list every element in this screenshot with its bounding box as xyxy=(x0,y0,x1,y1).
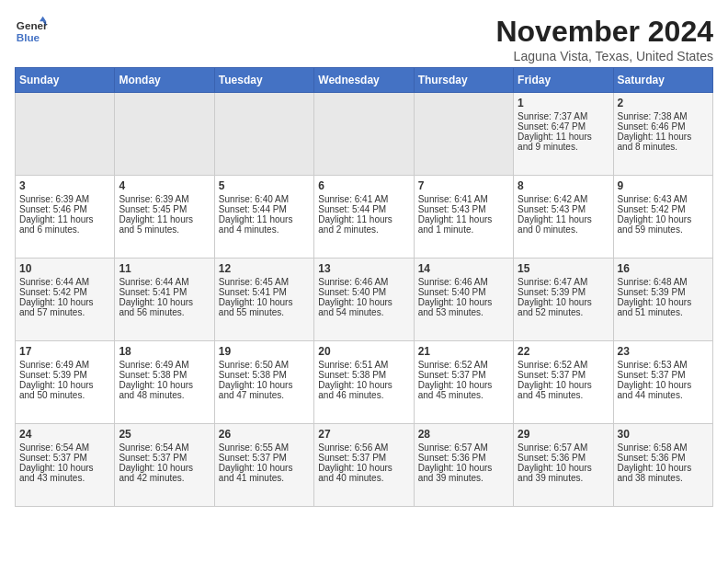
daylight-text: Daylight: 10 hours and 57 minutes. xyxy=(19,297,94,317)
calendar-cell: 14Sunrise: 6:46 AMSunset: 5:40 PMDayligh… xyxy=(414,259,513,341)
weekday-header: Thursday xyxy=(414,68,513,93)
day-number: 17 xyxy=(19,345,110,358)
calendar-week-row: 1Sunrise: 7:37 AMSunset: 6:47 PMDaylight… xyxy=(16,93,713,176)
sunset-text: Sunset: 5:36 PM xyxy=(618,453,686,463)
calendar-cell: 18Sunrise: 6:49 AMSunset: 5:38 PMDayligh… xyxy=(115,341,214,424)
weekday-header: Sunday xyxy=(16,68,115,93)
sunrise-text: Sunrise: 6:53 AM xyxy=(618,360,688,370)
sunset-text: Sunset: 5:37 PM xyxy=(418,370,486,380)
sunset-text: Sunset: 5:39 PM xyxy=(518,287,586,297)
sunrise-text: Sunrise: 6:54 AM xyxy=(19,442,89,453)
sunrise-text: Sunrise: 6:49 AM xyxy=(19,360,89,370)
daylight-text: Daylight: 10 hours and 48 minutes. xyxy=(119,380,193,400)
daylight-text: Daylight: 11 hours and 2 minutes. xyxy=(318,214,392,235)
sunrise-text: Sunrise: 7:38 AM xyxy=(618,111,688,121)
day-number: 13 xyxy=(318,262,409,275)
sunrise-text: Sunrise: 6:48 AM xyxy=(618,277,688,287)
sunset-text: Sunset: 5:43 PM xyxy=(518,204,586,214)
sunset-text: Sunset: 5:37 PM xyxy=(618,370,686,380)
calendar-cell xyxy=(16,93,115,176)
calendar-cell: 12Sunrise: 6:45 AMSunset: 5:41 PMDayligh… xyxy=(214,259,313,341)
day-number: 2 xyxy=(618,97,709,109)
day-number: 22 xyxy=(518,345,609,358)
sunrise-text: Sunrise: 7:37 AM xyxy=(518,111,587,121)
daylight-text: Daylight: 11 hours and 0 minutes. xyxy=(518,214,592,235)
calendar-cell: 5Sunrise: 6:40 AMSunset: 5:44 PMDaylight… xyxy=(214,176,313,259)
sunset-text: Sunset: 5:38 PM xyxy=(219,370,287,380)
sunset-text: Sunset: 5:44 PM xyxy=(318,204,386,214)
day-number: 10 xyxy=(19,262,110,275)
day-number: 25 xyxy=(119,428,210,441)
sunrise-text: Sunrise: 6:43 AM xyxy=(618,194,688,204)
day-number: 6 xyxy=(318,179,409,192)
calendar-cell: 2Sunrise: 7:38 AMSunset: 6:46 PMDaylight… xyxy=(613,93,712,176)
daylight-text: Daylight: 10 hours and 54 minutes. xyxy=(318,297,392,317)
calendar-cell: 13Sunrise: 6:46 AMSunset: 5:40 PMDayligh… xyxy=(314,259,414,341)
daylight-text: Daylight: 10 hours and 46 minutes. xyxy=(318,380,392,400)
calendar-cell: 1Sunrise: 7:37 AMSunset: 6:47 PMDaylight… xyxy=(514,93,613,176)
day-number: 28 xyxy=(418,428,509,441)
sunset-text: Sunset: 5:37 PM xyxy=(518,370,586,380)
daylight-text: Daylight: 10 hours and 55 minutes. xyxy=(219,297,293,317)
sunrise-text: Sunrise: 6:49 AM xyxy=(119,360,188,370)
sunset-text: Sunset: 5:39 PM xyxy=(19,370,87,380)
logo: General Blue xyxy=(15,15,48,48)
sunset-text: Sunset: 5:39 PM xyxy=(618,287,686,297)
weekday-header: Monday xyxy=(115,68,214,93)
sunset-text: Sunset: 5:38 PM xyxy=(318,370,386,380)
day-number: 9 xyxy=(618,179,709,192)
sunrise-text: Sunrise: 6:45 AM xyxy=(219,277,289,287)
calendar-cell xyxy=(115,93,214,176)
calendar-cell: 4Sunrise: 6:39 AMSunset: 5:45 PMDaylight… xyxy=(115,176,214,259)
day-number: 15 xyxy=(518,262,609,275)
day-number: 19 xyxy=(219,345,310,358)
calendar-cell: 26Sunrise: 6:55 AMSunset: 5:37 PMDayligh… xyxy=(214,424,313,507)
sunset-text: Sunset: 5:42 PM xyxy=(618,204,686,214)
weekday-header: Tuesday xyxy=(214,68,313,93)
daylight-text: Daylight: 10 hours and 47 minutes. xyxy=(219,380,293,400)
day-number: 18 xyxy=(119,345,210,358)
daylight-text: Daylight: 11 hours and 5 minutes. xyxy=(119,214,193,235)
sunrise-text: Sunrise: 6:40 AM xyxy=(219,194,289,204)
svg-text:Blue: Blue xyxy=(17,31,40,43)
daylight-text: Daylight: 10 hours and 50 minutes. xyxy=(19,380,94,400)
daylight-text: Daylight: 10 hours and 51 minutes. xyxy=(618,297,692,317)
calendar-week-row: 24Sunrise: 6:54 AMSunset: 5:37 PMDayligh… xyxy=(16,424,713,507)
calendar-cell: 24Sunrise: 6:54 AMSunset: 5:37 PMDayligh… xyxy=(16,424,115,507)
calendar-week-row: 3Sunrise: 6:39 AMSunset: 5:46 PMDaylight… xyxy=(16,176,713,259)
weekday-header: Saturday xyxy=(613,68,712,93)
sunset-text: Sunset: 5:36 PM xyxy=(418,453,486,463)
page-header: General Blue November 2024 Laguna Vista,… xyxy=(15,15,713,63)
sunset-text: Sunset: 5:40 PM xyxy=(318,287,386,297)
calendar-cell: 23Sunrise: 6:53 AMSunset: 5:37 PMDayligh… xyxy=(613,341,712,424)
daylight-text: Daylight: 11 hours and 8 minutes. xyxy=(618,132,692,152)
sunset-text: Sunset: 6:47 PM xyxy=(518,121,586,132)
daylight-text: Daylight: 10 hours and 45 minutes. xyxy=(418,380,493,400)
daylight-text: Daylight: 10 hours and 45 minutes. xyxy=(518,380,592,400)
sunset-text: Sunset: 5:38 PM xyxy=(119,370,187,380)
weekday-header: Friday xyxy=(514,68,613,93)
calendar-cell: 16Sunrise: 6:48 AMSunset: 5:39 PMDayligh… xyxy=(613,259,712,341)
daylight-text: Daylight: 10 hours and 39 minutes. xyxy=(418,463,493,483)
daylight-text: Daylight: 10 hours and 41 minutes. xyxy=(219,463,293,483)
calendar-cell: 15Sunrise: 6:47 AMSunset: 5:39 PMDayligh… xyxy=(514,259,613,341)
calendar-cell: 28Sunrise: 6:57 AMSunset: 5:36 PMDayligh… xyxy=(414,424,513,507)
sunrise-text: Sunrise: 6:54 AM xyxy=(119,442,188,453)
sunrise-text: Sunrise: 6:52 AM xyxy=(418,360,488,370)
day-number: 24 xyxy=(19,428,110,441)
daylight-text: Daylight: 11 hours and 9 minutes. xyxy=(518,132,592,152)
day-number: 3 xyxy=(19,179,110,192)
daylight-text: Daylight: 10 hours and 52 minutes. xyxy=(518,297,592,317)
day-number: 23 xyxy=(618,345,709,358)
daylight-text: Daylight: 11 hours and 6 minutes. xyxy=(19,214,94,235)
calendar-cell: 8Sunrise: 6:42 AMSunset: 5:43 PMDaylight… xyxy=(514,176,613,259)
calendar-cell xyxy=(314,93,414,176)
sunrise-text: Sunrise: 6:52 AM xyxy=(518,360,587,370)
sunrise-text: Sunrise: 6:39 AM xyxy=(19,194,89,204)
sunset-text: Sunset: 5:37 PM xyxy=(19,453,87,463)
calendar-cell: 20Sunrise: 6:51 AMSunset: 5:38 PMDayligh… xyxy=(314,341,414,424)
daylight-text: Daylight: 10 hours and 39 minutes. xyxy=(518,463,592,483)
calendar-week-row: 17Sunrise: 6:49 AMSunset: 5:39 PMDayligh… xyxy=(16,341,713,424)
sunrise-text: Sunrise: 6:46 AM xyxy=(418,277,488,287)
sunrise-text: Sunrise: 6:44 AM xyxy=(19,277,89,287)
